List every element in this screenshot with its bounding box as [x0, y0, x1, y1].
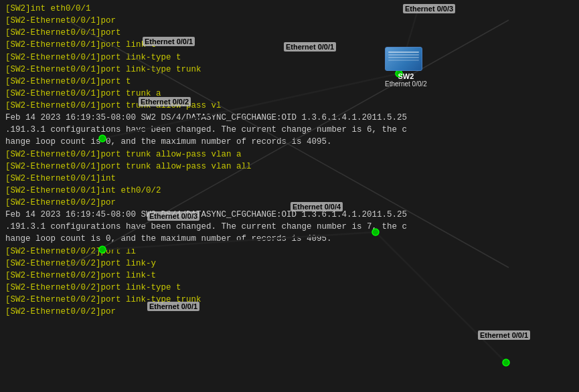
log-line: [SW2-Ethernet0/0/2]por — [5, 197, 574, 209]
log-line: .191.3.1 configurations have been change… — [5, 221, 574, 233]
log-line: [SW2-Ethernet0/0/1]port link-t — [5, 39, 574, 51]
terminal-output: [SW2]int eth0/0/1[SW2-Ethernet0/0/1]por[… — [0, 0, 579, 392]
log-line: hange loop count is 0, and the maximum n… — [5, 136, 574, 148]
log-line: hange loop count is 0, and the maximum n… — [5, 233, 574, 245]
log-line: [SW2-Ethernet0/0/1]port t — [5, 76, 574, 88]
log-line: Feb 14 2023 16:19:45-08:00 SW2 DS/4/DATA… — [5, 209, 574, 221]
log-line: [SW2-Ethernet0/0/2]port link-y — [5, 258, 574, 270]
log-line: Feb 14 2023 16:19:35-08:00 SW2 DS/4/DATA… — [5, 112, 574, 124]
log-line: [SW2-Ethernet0/0/1]port trunk allow-pass… — [5, 100, 574, 112]
log-line: [SW2-Ethernet0/0/1]por — [5, 15, 574, 27]
log-line: [SW2-Ethernet0/0/2]por — [5, 306, 574, 318]
log-line: [SW2-Ethernet0/0/1]port link-type trunk — [5, 64, 574, 76]
log-line: [SW2-Ethernet0/0/1]port trunk allow-pass… — [5, 161, 574, 173]
log-line: [SW2-Ethernet0/0/2]port link-t — [5, 270, 574, 282]
log-line: [SW2-Ethernet0/0/1]port trunk a — [5, 88, 574, 100]
log-line: [SW2]int eth0/0/1 — [5, 3, 574, 15]
log-line: [SW2-Ethernet0/0/1]port — [5, 27, 574, 39]
log-line: [SW2-Ethernet0/0/1]port trunk allow-pass… — [5, 149, 574, 161]
log-line: .191.3.1 configurations have been change… — [5, 124, 574, 136]
log-line: [SW2-Ethernet0/0/1]int — [5, 173, 574, 185]
log-line: [SW2-Ethernet0/0/1]port link-type t — [5, 52, 574, 64]
log-line: [SW2-Ethernet0/0/1]int eth0/0/2 — [5, 185, 574, 197]
log-line: [SW2-Ethernet0/0/2]port link-type trunk — [5, 294, 574, 306]
log-line: [SW2-Ethernet0/0/2]port link-type t — [5, 282, 574, 294]
log-line: [SW2-Ethernet0/0/2]port li — [5, 246, 574, 258]
